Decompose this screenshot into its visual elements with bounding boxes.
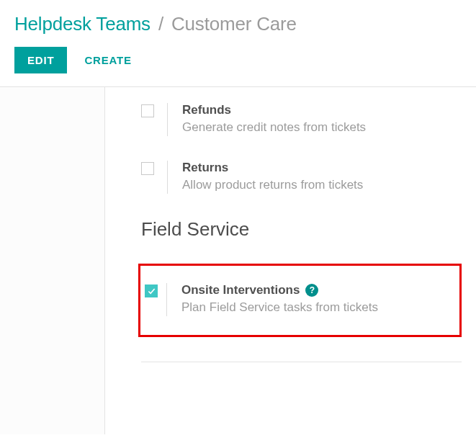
breadcrumb: Helpdesk Teams / Customer Care (14, 13, 462, 35)
content-divider (141, 362, 462, 362)
check-icon (148, 287, 156, 295)
vertical-rule (166, 283, 167, 316)
content: Refunds Generate credit notes from ticke… (105, 87, 476, 434)
setting-row-returns: Returns Allow product returns from ticke… (141, 161, 462, 194)
returns-checkbox[interactable] (141, 162, 154, 175)
header: Helpdesk Teams / Customer Care EDIT CREA… (0, 0, 476, 73)
vertical-rule (167, 103, 168, 136)
returns-title: Returns (182, 161, 363, 175)
setting-row-onsite-interventions: Onsite Interventions ? Plan Field Servic… (138, 264, 462, 337)
onsite-interventions-title: Onsite Interventions (181, 283, 300, 297)
breadcrumb-separator: / (156, 13, 166, 35)
action-bar: EDIT CREATE (14, 47, 462, 73)
section-title-field-service: Field Service (141, 218, 462, 241)
help-icon[interactable]: ? (305, 284, 318, 297)
setting-row-refunds: Refunds Generate credit notes from ticke… (141, 103, 462, 136)
refunds-desc: Generate credit notes from tickets (182, 120, 366, 135)
onsite-interventions-title-row: Onsite Interventions ? (181, 283, 378, 297)
returns-desc: Allow product returns from tickets (182, 178, 363, 192)
breadcrumb-current: Customer Care (171, 13, 297, 35)
refunds-checkbox[interactable] (141, 104, 154, 117)
create-button[interactable]: CREATE (84, 47, 131, 73)
vertical-rule (167, 161, 168, 194)
refunds-title: Refunds (182, 103, 366, 117)
edit-button[interactable]: EDIT (14, 47, 67, 73)
onsite-interventions-desc: Plan Field Service tasks from tickets (181, 300, 378, 315)
breadcrumb-parent[interactable]: Helpdesk Teams (14, 13, 151, 35)
body-area: Refunds Generate credit notes from ticke… (0, 87, 476, 434)
onsite-interventions-checkbox[interactable] (145, 285, 158, 297)
left-gutter (0, 87, 105, 434)
